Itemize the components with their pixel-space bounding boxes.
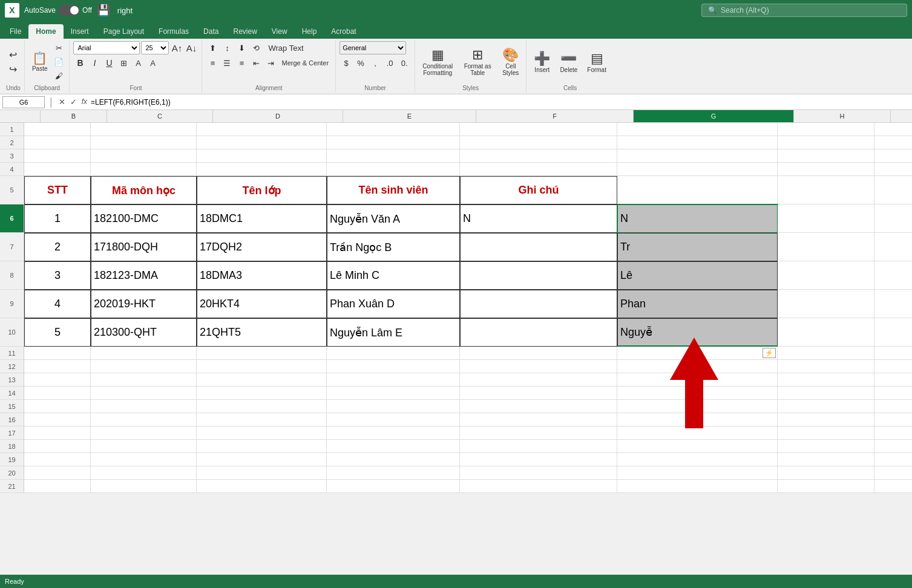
cell-c3[interactable] <box>91 149 197 163</box>
cell-d6[interactable]: 18DMC1 <box>197 204 327 233</box>
cell-f10[interactable] <box>460 318 617 347</box>
cell-g18[interactable] <box>617 440 778 453</box>
tab-data[interactable]: Data <box>196 24 226 39</box>
cell-f19[interactable] <box>460 453 617 466</box>
cell-e17[interactable] <box>327 426 460 440</box>
cell-d5-ten-lop[interactable]: Tên lớp <box>197 176 327 204</box>
cell-reference-box[interactable] <box>2 96 45 108</box>
cell-h16[interactable] <box>778 413 874 426</box>
align-center-button[interactable]: ☰ <box>220 56 234 70</box>
autosave-toggle[interactable] <box>58 5 80 16</box>
cell-d13[interactable] <box>197 373 327 387</box>
cell-styles-button[interactable]: 🎨 CellStyles <box>499 45 522 79</box>
cell-i14[interactable] <box>874 387 912 400</box>
row-num-11[interactable]: 11 <box>0 347 24 360</box>
cell-c15[interactable] <box>91 400 197 413</box>
cell-b18[interactable] <box>24 440 91 453</box>
bold-button[interactable]: B <box>73 56 87 70</box>
cell-i9[interactable] <box>874 290 912 318</box>
cell-i10[interactable] <box>874 318 912 347</box>
cell-d10[interactable]: 21QHT5 <box>197 318 327 347</box>
cell-e11[interactable] <box>327 347 460 360</box>
cell-c17[interactable] <box>91 426 197 440</box>
tab-acrobat[interactable]: Acrobat <box>324 24 363 39</box>
cell-g20[interactable] <box>617 466 778 480</box>
cell-h1[interactable] <box>778 123 874 136</box>
decrease-font-size-button[interactable]: A↓ <box>185 41 198 54</box>
cell-d8[interactable]: 18DMA3 <box>197 261 327 290</box>
row-num-18[interactable]: 18 <box>0 440 24 453</box>
cell-c13[interactable] <box>91 373 197 387</box>
cell-g16[interactable] <box>617 413 778 426</box>
cell-f7[interactable] <box>460 233 617 261</box>
cell-b9[interactable]: 4 <box>24 290 91 318</box>
cell-f2[interactable] <box>460 136 617 149</box>
cell-c7[interactable]: 171800-DQH <box>91 233 197 261</box>
cell-d1[interactable] <box>197 123 327 136</box>
cell-e12[interactable] <box>327 360 460 373</box>
cell-d7[interactable]: 17DQH2 <box>197 233 327 261</box>
cell-h18[interactable] <box>778 440 874 453</box>
cell-i4[interactable] <box>874 163 912 176</box>
redo-button[interactable]: ↪ <box>7 62 20 76</box>
tab-page-layout[interactable]: Page Layout <box>96 24 151 39</box>
cell-h6[interactable] <box>778 204 874 233</box>
cell-b19[interactable] <box>24 453 91 466</box>
cell-d3[interactable] <box>197 149 327 163</box>
cell-i8[interactable] <box>874 261 912 290</box>
cell-e16[interactable] <box>327 413 460 426</box>
cell-i12[interactable] <box>874 360 912 373</box>
cell-f1[interactable] <box>460 123 617 136</box>
cell-g8[interactable]: Lê <box>617 261 778 290</box>
row-num-10[interactable]: 10 <box>0 318 24 347</box>
cell-b16[interactable] <box>24 413 91 426</box>
font-family-select[interactable]: Arial <box>73 41 140 54</box>
cell-c11[interactable] <box>91 347 197 360</box>
cell-f3[interactable] <box>460 149 617 163</box>
cell-f4[interactable] <box>460 163 617 176</box>
cell-d9[interactable]: 20HKT4 <box>197 290 327 318</box>
cell-b5-stt[interactable]: STT <box>24 176 91 204</box>
cell-f21[interactable] <box>460 480 617 493</box>
tab-home[interactable]: Home <box>28 24 63 39</box>
cell-e7[interactable]: Trần Ngọc B <box>327 233 460 261</box>
borders-button[interactable]: ⊞ <box>117 56 130 70</box>
confirm-formula-button[interactable]: ✓ <box>69 97 78 106</box>
cell-i2[interactable] <box>874 136 912 149</box>
cell-h14[interactable] <box>778 387 874 400</box>
cell-h13[interactable] <box>778 373 874 387</box>
cell-g14[interactable] <box>617 387 778 400</box>
cell-c10[interactable]: 210300-QHT <box>91 318 197 347</box>
col-header-f[interactable]: F <box>476 110 634 122</box>
row-num-7[interactable]: 7 <box>0 233 24 261</box>
cell-g15[interactable] <box>617 400 778 413</box>
cell-f14[interactable] <box>460 387 617 400</box>
cell-c9[interactable]: 202019-HKT <box>91 290 197 318</box>
indent-increase-button[interactable]: ⇥ <box>264 56 277 70</box>
cell-g4[interactable] <box>617 163 778 176</box>
cell-d15[interactable] <box>197 400 327 413</box>
underline-button[interactable]: U <box>102 56 116 70</box>
save-icon[interactable]: 💾 <box>97 4 110 17</box>
cell-c2[interactable] <box>91 136 197 149</box>
cell-d12[interactable] <box>197 360 327 373</box>
cell-b1[interactable] <box>24 123 91 136</box>
cell-i16[interactable] <box>874 413 912 426</box>
tab-help[interactable]: Help <box>295 24 324 39</box>
wrap-text-button[interactable]: Wrap Text <box>264 41 307 54</box>
increase-font-size-button[interactable]: A↑ <box>170 41 183 54</box>
cell-b11[interactable] <box>24 347 91 360</box>
cell-b20[interactable] <box>24 466 91 480</box>
cell-g21[interactable] <box>617 480 778 493</box>
delete-button[interactable]: ➖ Delete <box>556 48 581 76</box>
cell-e9[interactable]: Phan Xuân D <box>327 290 460 318</box>
cell-g17[interactable] <box>617 426 778 440</box>
cell-e6[interactable]: Nguyễn Văn A <box>327 204 460 233</box>
percent-button[interactable]: % <box>354 56 367 70</box>
cell-h9[interactable] <box>778 290 874 318</box>
align-right-button[interactable]: ≡ <box>235 56 248 70</box>
cell-f17[interactable] <box>460 426 617 440</box>
cell-d2[interactable] <box>197 136 327 149</box>
cell-b15[interactable] <box>24 400 91 413</box>
tab-insert[interactable]: Insert <box>64 24 96 39</box>
